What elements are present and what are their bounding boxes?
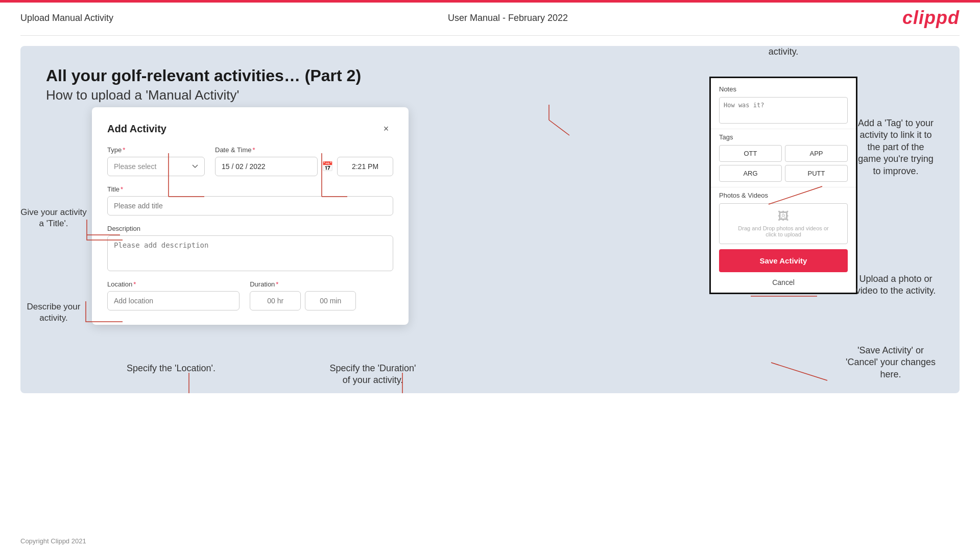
annotation-notes: Add 'Notes' to your activity.: [727, 46, 840, 57]
save-activity-button[interactable]: Save Activity: [719, 249, 848, 272]
type-select[interactable]: Please select: [107, 157, 205, 176]
calendar-icon: 📅: [322, 161, 333, 172]
annotation-save: 'Save Activity' or 'Cancel' your changes…: [827, 345, 954, 380]
page-title-left: Upload Manual Activity: [20, 13, 113, 23]
annotation-location: Specify the 'Location'.: [120, 363, 222, 374]
cancel-link[interactable]: Cancel: [711, 276, 856, 293]
annotation-duration: Specify the 'Duration' of your activity.: [317, 363, 429, 387]
location-input[interactable]: [107, 291, 240, 310]
tags-grid: OTT APP ARG PUTT: [719, 145, 848, 182]
tags-section-label: Tags: [719, 133, 848, 141]
annotation-give-title: Give your activity a 'Title'.: [20, 207, 87, 229]
duration-min-input[interactable]: [305, 291, 356, 310]
title-label: Title*: [107, 185, 393, 193]
description-label: Description: [107, 225, 393, 232]
photos-hint: Drag and Drop photos and videos or click…: [738, 225, 828, 237]
svg-line-14: [771, 363, 827, 380]
location-label: Location*: [107, 280, 240, 288]
photos-dropzone[interactable]: 🖼 Drag and Drop photos and videos or cli…: [719, 203, 848, 244]
add-activity-modal: Add Activity × Type* Please select Date …: [92, 107, 409, 325]
date-input[interactable]: [215, 157, 318, 176]
notes-textarea[interactable]: [719, 97, 848, 124]
annotation-describe: Describe your activity.: [20, 301, 87, 324]
time-input[interactable]: [337, 157, 393, 176]
footer-text: Copyright Clippd 2021: [20, 537, 86, 545]
logo: clippd: [902, 7, 960, 29]
notes-section-label: Notes: [719, 85, 848, 93]
description-input[interactable]: [107, 235, 393, 271]
duration-label: Duration*: [250, 280, 393, 288]
modal-title: Add Activity: [107, 123, 166, 135]
duration-hr-input[interactable]: [250, 291, 301, 310]
photos-label: Photos & Videos: [719, 191, 848, 199]
tag-arg[interactable]: ARG: [719, 165, 782, 182]
datetime-label: Date & Time*: [215, 146, 393, 154]
tag-ott[interactable]: OTT: [719, 145, 782, 162]
svg-line-10: [549, 120, 569, 135]
annotation-upload: Upload a photo or video to the activity.: [837, 273, 954, 297]
page-subtitle-center: User Manual - February 2022: [448, 13, 568, 23]
photo-icon: 🖼: [778, 210, 789, 223]
type-label: Type*: [107, 146, 205, 154]
annotation-tag: Add a 'Tag' to your activity to link it …: [837, 117, 954, 177]
close-button[interactable]: ×: [379, 122, 393, 136]
phone-mockup-panel: Add 'Notes' to your activity. Notes Tags…: [709, 77, 857, 294]
title-input[interactable]: [107, 196, 393, 215]
